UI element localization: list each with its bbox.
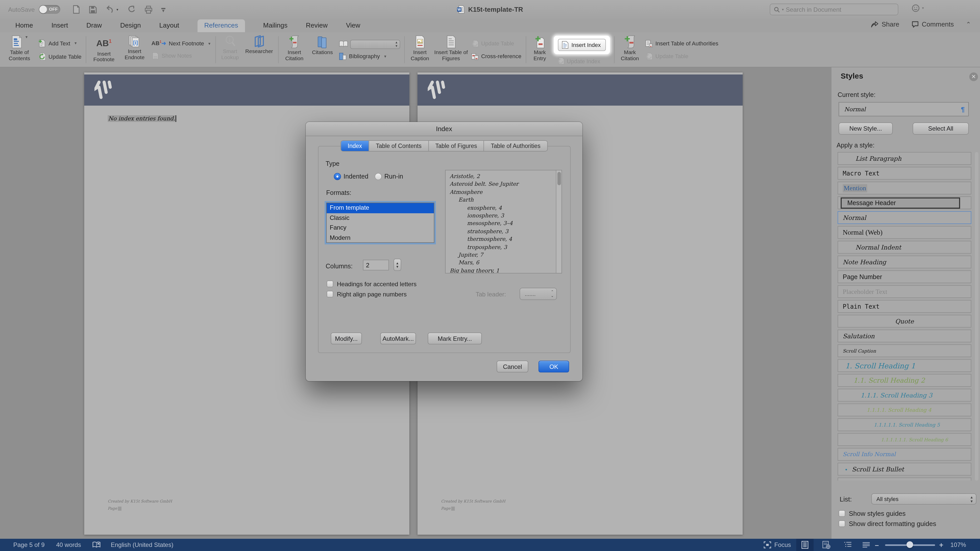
style-item-1-scroll-heading-1[interactable]: 1. Scroll Heading 1 [838, 359, 971, 372]
undo-icon[interactable]: ▼ [106, 5, 119, 14]
zoom-out-button[interactable]: – [875, 539, 879, 551]
insert-index-button[interactable]: Insert Index [558, 39, 606, 51]
style-item-message-header[interactable]: Message Header [838, 197, 971, 209]
show-styles-guides-checkbox[interactable] [838, 510, 845, 517]
list-filter-popup[interactable]: All styles▲▼ [871, 493, 977, 505]
headings-accented-checkbox[interactable] [327, 281, 333, 287]
ribbon-tab-draw[interactable]: Draw [86, 21, 102, 32]
modify-button[interactable]: Modify... [331, 333, 362, 345]
dialog-tab-index[interactable]: Index [341, 141, 369, 151]
style-item-quote[interactable]: Quote [838, 315, 971, 327]
ribbon-tab-design[interactable]: Design [120, 21, 141, 32]
ribbon-tab-review[interactable]: Review [306, 21, 328, 32]
dialog-tab-table-of-figures[interactable]: Table of Figures [428, 141, 484, 151]
tab-leader-popup[interactable]: .......⌃⌄ [520, 288, 557, 300]
ribbon-tab-mailings[interactable]: Mailings [263, 21, 287, 32]
share-button[interactable]: Share [871, 21, 899, 28]
format-option-classic[interactable]: Classic [327, 213, 434, 223]
indented-radio[interactable] [334, 173, 341, 180]
style-item-1-1-1-1-1-scroll-heading-5[interactable]: 1.1.1.1.1. Scroll Heading 5 [838, 418, 971, 431]
insert-table-of-authorities-button[interactable]: Insert Table of Authorities [645, 40, 718, 47]
style-item-note-heading[interactable]: Note Heading [838, 256, 971, 268]
comments-button[interactable]: Comments [912, 21, 954, 28]
close-icon[interactable]: ✕ [969, 73, 978, 81]
mark-citation-button[interactable]: Mark Citation [617, 34, 643, 66]
format-option-from-template[interactable]: From template [327, 203, 434, 213]
style-item-scroll-info-normal[interactable]: Scroll Info Normal [838, 448, 971, 461]
researcher-button[interactable]: Researcher [242, 34, 276, 66]
word-count[interactable]: 40 words [56, 539, 81, 551]
style-item-page-number[interactable]: Page Number [838, 270, 971, 283]
style-item-placeholder-text[interactable]: Placeholder Text [838, 285, 971, 298]
current-style-well[interactable]: Normal ¶ [838, 102, 969, 116]
dialog-tab-table-of-authorities[interactable]: Table of Authorities [484, 141, 547, 151]
update-index-button[interactable]: Update Index [557, 57, 610, 65]
update-table-button[interactable]: Update Table [38, 52, 81, 60]
insert-citation-button[interactable]: Insert Citation [280, 34, 308, 66]
draft-view-button[interactable] [858, 539, 875, 551]
style-item-1-1-scroll-heading-2[interactable]: 1.1. Scroll Heading 2 [838, 374, 971, 387]
style-item-normal-web[interactable]: Normal (Web) [838, 226, 971, 239]
style-item-macro-text[interactable]: Macro Text [838, 167, 971, 179]
outline-view-button[interactable] [839, 539, 856, 551]
format-option-fancy[interactable]: Fancy [327, 223, 434, 233]
cross-reference-button[interactable]: Cross-reference [471, 52, 522, 60]
search-input[interactable]: ▾ Search in Document [770, 3, 898, 15]
zoom-slider-thumb[interactable] [907, 541, 913, 548]
save-icon[interactable] [89, 5, 97, 14]
print-icon[interactable] [145, 5, 153, 14]
web-layout-view-button[interactable] [818, 539, 835, 551]
collapse-ribbon-icon[interactable]: ⌃ [966, 21, 971, 27]
insert-caption-button[interactable]: Insert Caption [407, 34, 433, 66]
ribbon-tab-references[interactable]: References [197, 19, 245, 32]
mark-entry-button[interactable]: Mark Entry [528, 34, 552, 66]
columns-input[interactable]: 2 [363, 260, 389, 270]
preview-scrollbar[interactable] [556, 170, 562, 273]
update-table-figures-button[interactable]: Update Table [471, 40, 522, 47]
ok-button[interactable]: OK [538, 361, 569, 372]
ribbon-tab-insert[interactable]: Insert [51, 21, 68, 32]
style-item-1-1-1-1-1-1-scroll-heading-6[interactable]: 1.1.1.1.1.1. Scroll Heading 6 [838, 433, 971, 446]
columns-stepper[interactable]: ▲▼ [393, 259, 401, 271]
selected-text[interactable]: No index entries found. [108, 115, 177, 122]
proofing-status-icon[interactable] [92, 539, 100, 551]
show-notes-button[interactable]: Show Notes [151, 52, 211, 60]
style-item-scroll-list-bullet[interactable]: •Scroll List Bullet [838, 463, 971, 475]
next-footnote-button[interactable]: AB1➜ Next Footnote▼ [151, 40, 211, 47]
dialog-tab-table-of-contents[interactable]: Table of Contents [369, 141, 428, 151]
bibliography-style-combobox[interactable]: ▲▼ [350, 40, 400, 49]
mark-entry-dialog-button[interactable]: Mark Entry... [428, 333, 482, 345]
format-option-modern[interactable]: Modern [327, 233, 434, 243]
smart-lookup-button[interactable]: i Smart Lookup [218, 34, 242, 66]
insert-footnote-button[interactable]: AB1 Insert Footnote [88, 34, 120, 66]
style-item-1-1-1-1-scroll-heading-4[interactable]: 1.1.1.1. Scroll Heading 4 [838, 403, 971, 416]
bibliography-button[interactable]: Bibliography▼ [339, 52, 400, 60]
style-item-normal-indent[interactable]: Normal Indent [838, 241, 971, 254]
ribbon-tab-layout[interactable]: Layout [159, 21, 179, 32]
page-indicator[interactable]: Page 5 of 9 [13, 539, 45, 551]
focus-button[interactable]: Focus [764, 539, 791, 551]
cancel-button[interactable]: Cancel [496, 361, 528, 372]
redo-icon[interactable] [127, 5, 136, 14]
table-of-contents-button[interactable]: ▼ Table of Contents [3, 34, 36, 66]
language-indicator[interactable]: English (United States) [111, 539, 173, 551]
style-item-normal[interactable]: Normal [838, 211, 971, 224]
zoom-level[interactable]: 107% [950, 539, 966, 551]
styles-scrollbar[interactable] [975, 152, 978, 481]
select-all-button[interactable]: Select All [913, 122, 969, 135]
style-item-list-paragraph[interactable]: List Paragraph [838, 152, 971, 165]
automark-button[interactable]: AutoMark... [380, 333, 416, 345]
insert-endnote-button[interactable]: [i] Insert Endnote [120, 34, 149, 66]
autosave-toggle[interactable]: OFF [39, 5, 60, 14]
formats-listbox[interactable]: From templateClassicFancyModern [326, 203, 434, 243]
style-item-salutation[interactable]: Salutation [838, 330, 971, 342]
show-direct-formatting-checkbox[interactable] [838, 520, 845, 527]
ribbon-tab-home[interactable]: Home [15, 21, 33, 32]
preview-scrollbar-thumb[interactable] [557, 172, 561, 185]
customize-toolbar-icon[interactable]: ▬▼ [161, 6, 165, 13]
new-style-button[interactable]: New Style... [838, 122, 893, 135]
run-in-radio[interactable] [375, 173, 382, 180]
zoom-in-button[interactable]: + [939, 539, 943, 551]
style-item-plain-text[interactable]: Plain Text [838, 300, 971, 313]
style-item-scroll-caption[interactable]: Scroll Caption [838, 345, 971, 357]
